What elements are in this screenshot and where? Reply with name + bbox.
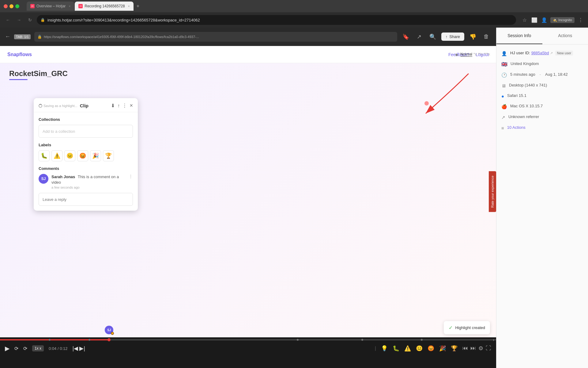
tab-session-info[interactable]: Session Info	[496, 28, 542, 44]
rate-experience-tab[interactable]: Rate your experience	[489, 171, 496, 212]
label-trophy[interactable]: 🏆	[103, 150, 114, 161]
flag-icon: 🇬🇧	[501, 61, 507, 67]
share-button[interactable]: ↑ Share	[441, 33, 464, 41]
app-logo: Snapflows	[7, 52, 32, 57]
os-value: Mac OS X 10.15.7	[510, 104, 543, 108]
progress-track[interactable]	[0, 339, 496, 340]
speed-normal[interactable]: Normal	[460, 52, 472, 57]
label-angry[interactable]: 😡	[77, 150, 88, 161]
label-fire[interactable]: 💡	[381, 345, 388, 352]
trash-icon[interactable]: 🗑	[481, 32, 491, 42]
user-id-value[interactable]: 9885a5bd	[531, 51, 549, 55]
bookmark-icon[interactable]: 🔖	[401, 32, 411, 42]
play-button[interactable]: ▶	[5, 345, 9, 352]
label-trophy-ctrl[interactable]: 🏆	[451, 345, 458, 352]
highlight-toast: ✓ Highlight created	[444, 321, 490, 334]
extension-icon[interactable]: ⬜	[531, 16, 538, 24]
tab-recording[interactable]: H Recording 14266565728 ×	[75, 2, 133, 11]
prev-frame-button[interactable]: |◀	[73, 345, 78, 352]
tab-actions[interactable]: Actions	[542, 28, 588, 44]
labels-label: Labels	[39, 143, 133, 147]
actions-row: ≡ 10 Actions	[501, 125, 583, 131]
comment-menu-icon[interactable]: ⋮	[129, 174, 133, 179]
maximize-button[interactable]	[15, 4, 19, 8]
refresh-button[interactable]: ↻	[26, 16, 34, 24]
speed-1x[interactable]: *x	[473, 52, 477, 57]
star-icon[interactable]: ☆	[521, 16, 528, 24]
speed-2x[interactable]: **x	[478, 52, 483, 57]
new-tab-button[interactable]: +	[134, 2, 142, 10]
marker-3	[297, 339, 299, 341]
playback-speed-button[interactable]: 1x x	[32, 345, 44, 351]
tab-close-overview[interactable]: ×	[69, 5, 70, 8]
label-bug[interactable]: 🐛	[39, 150, 50, 161]
close-button[interactable]	[4, 4, 8, 8]
address-bar[interactable]: 🔒 insights.hotjar.com/r?site=3090413&rec…	[37, 15, 516, 25]
next-recording-icon[interactable]: ⏭	[470, 345, 476, 352]
device-row: 🖥 Desktop (1440 x 741)	[501, 83, 583, 88]
comment-content: Sarah Jonas This is a comment on a video…	[51, 174, 126, 189]
country-value: United Kingdom	[511, 61, 539, 66]
labels-grid: 🐛 ⚠️ 😐 😡 🎉 🏆	[39, 150, 133, 161]
user-id-row: 👤 HJ user ID: 9885a5bd ↗ New user	[501, 51, 583, 56]
back-button[interactable]: ←	[5, 33, 10, 40]
sidebar-content: 👤 HJ user ID: 9885a5bd ↗ New user 🇬🇧 Uni…	[496, 44, 588, 368]
tab-overview[interactable]: H Overview – Hotjar ×	[27, 2, 74, 11]
label-neutral[interactable]: 😐	[64, 150, 75, 161]
browser-titlebar: H Overview – Hotjar × H Recording 142665…	[0, 0, 588, 12]
recording-favicon: H	[78, 4, 83, 8]
actions-count-link[interactable]: 10 Actions	[507, 125, 526, 130]
back-nav-button[interactable]: ←	[4, 16, 12, 24]
share-clip-icon[interactable]: ↑	[117, 103, 120, 109]
separator: |	[375, 346, 376, 351]
prev-recording-icon[interactable]: ⏮	[462, 345, 468, 352]
comment-author: Sarah Jonas	[51, 174, 75, 179]
label-angry-ctrl[interactable]: 😡	[428, 345, 434, 352]
label-party-ctrl[interactable]: 🎉	[439, 345, 446, 352]
tabs-bar: H Overview – Hotjar × H Recording 142665…	[27, 2, 142, 11]
os-icon: 🍎	[501, 104, 507, 109]
progress-bar-wrapper[interactable]: ›	[0, 337, 496, 342]
label-bug-ctrl[interactable]: 🐛	[393, 345, 399, 352]
time-display: 0:04 / 0:12	[49, 346, 67, 351]
more-icon[interactable]: ⋮	[122, 103, 127, 109]
label-neutral-ctrl[interactable]: 😐	[416, 345, 423, 352]
label-warning[interactable]: ⚠️	[51, 150, 62, 161]
progress-thumb	[107, 338, 111, 341]
external-link-user[interactable]: ↗	[550, 51, 553, 55]
toast-message: Highlight created	[455, 325, 485, 330]
thumbs-down-icon[interactable]: 👎	[468, 32, 478, 42]
referrer-row: ↗ Unknown referrer	[501, 114, 583, 120]
toolbar-actions: ☆ ⬜ 👤 🕵 Incognito ⋮	[521, 16, 584, 24]
download-icon[interactable]: ⬇	[111, 103, 115, 109]
desktop-icon: 🖥	[501, 83, 506, 88]
tab-close-recording[interactable]: ×	[128, 5, 130, 8]
settings-icon[interactable]: ⚙	[478, 345, 483, 352]
comment-item: SJ Sarah Jonas This is a comment on a vi…	[39, 174, 133, 189]
account-icon[interactable]: 👤	[541, 16, 548, 24]
menu-icon[interactable]: ⋮	[577, 16, 584, 24]
label-party[interactable]: 🎉	[90, 150, 101, 161]
search-icon[interactable]: 🔍	[428, 32, 438, 42]
speed-value: 1x	[35, 346, 39, 351]
next-segment-arrow[interactable]: ›	[491, 337, 496, 342]
user-icon: 👤	[501, 51, 507, 56]
minimize-button[interactable]	[9, 4, 13, 8]
skip-forward-button[interactable]: ⟳	[23, 346, 27, 351]
progress-fill	[0, 339, 109, 340]
speed-3x[interactable]: ***x	[484, 52, 490, 57]
collection-input[interactable]	[39, 125, 133, 138]
fullscreen-icon[interactable]: ⛶	[486, 345, 491, 352]
collections-label: Collections	[39, 117, 133, 122]
app-navbar: Snapflows Feedback? Logout	[0, 46, 496, 63]
forward-nav-button[interactable]: →	[15, 16, 23, 24]
label-warning-ctrl[interactable]: ⚠️	[404, 345, 411, 352]
external-link-icon[interactable]: ↗	[414, 32, 424, 42]
close-clip-icon[interactable]: ×	[130, 102, 133, 109]
warning-indicator	[111, 332, 114, 335]
skip-back-button[interactable]: ⟳	[14, 346, 18, 351]
main-layout: ← TAB: 1/1 🔒 https://snapflows.com/works…	[0, 28, 588, 368]
frame-controls: |◀ ▶|	[73, 345, 85, 352]
next-frame-button[interactable]: ▶|	[79, 345, 85, 352]
reply-input[interactable]	[39, 193, 133, 206]
